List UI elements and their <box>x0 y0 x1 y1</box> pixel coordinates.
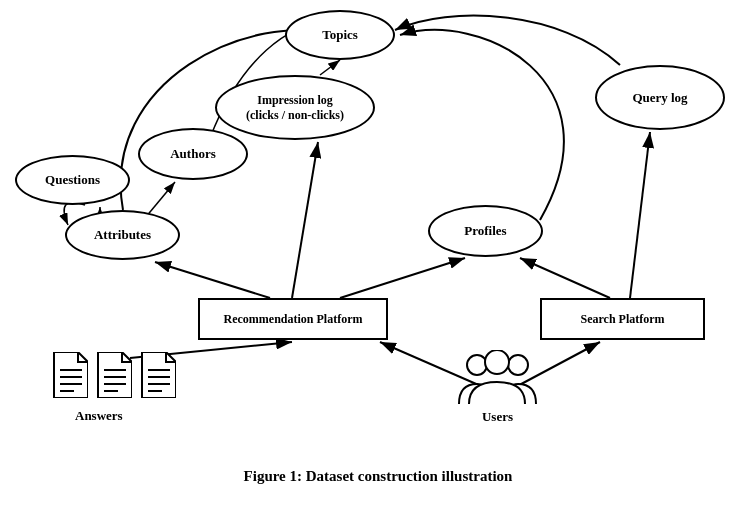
query-log-ellipse: Query log <box>595 65 725 130</box>
users-icon <box>455 350 540 405</box>
questions-ellipse: Questions <box>15 155 130 205</box>
doc1-icon <box>50 352 88 398</box>
svg-line-7 <box>292 142 318 298</box>
impression-log-ellipse: Impression log(clicks / non-clicks) <box>215 75 375 140</box>
svg-line-11 <box>520 258 610 298</box>
rec-platform-box: Recommendation Platform <box>198 298 388 340</box>
svg-line-6 <box>340 258 465 298</box>
svg-point-26 <box>508 355 528 375</box>
diagram: Topics Impression log(clicks / non-click… <box>0 0 756 460</box>
authors-ellipse: Authors <box>138 128 248 180</box>
users-label: Users <box>482 409 513 425</box>
attributes-ellipse: Attributes <box>65 210 180 260</box>
topics-ellipse: Topics <box>285 10 395 60</box>
users-group: Users <box>455 350 540 425</box>
doc-group <box>50 352 176 398</box>
answers-label: Answers <box>75 408 123 424</box>
svg-line-10 <box>320 60 340 75</box>
svg-point-27 <box>485 350 509 374</box>
profiles-ellipse: Profiles <box>428 205 543 257</box>
doc3-icon <box>138 352 176 398</box>
figure-caption: Figure 1: Dataset construction illustrat… <box>0 460 756 485</box>
search-platform-box: Search Platform <box>540 298 705 340</box>
doc2-icon <box>94 352 132 398</box>
svg-point-25 <box>467 355 487 375</box>
svg-line-12 <box>630 132 650 298</box>
svg-line-5 <box>155 262 270 298</box>
